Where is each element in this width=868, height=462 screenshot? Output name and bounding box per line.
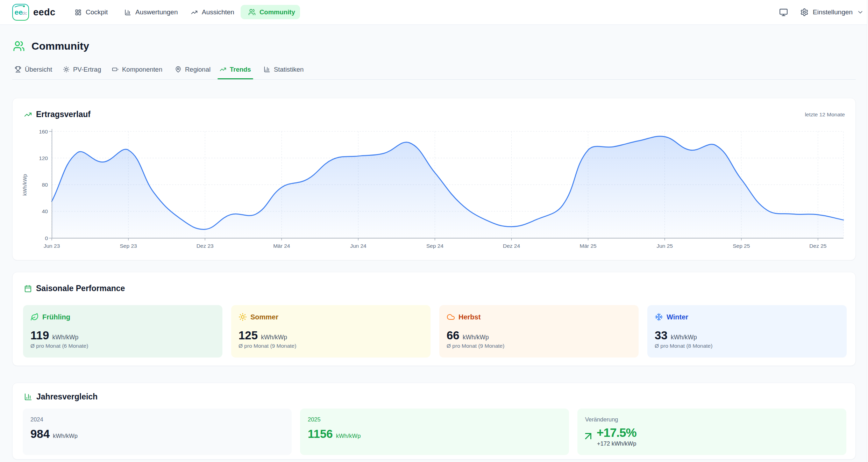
svg-text:40: 40 [42,208,48,214]
svg-text:120: 120 [39,155,48,161]
svg-text:Sep 23: Sep 23 [120,243,137,249]
svg-text:Mär 25: Mär 25 [579,243,596,249]
svg-text:Dez 24: Dez 24 [503,243,520,249]
svg-text:kWh/kWp: kWh/kWp [22,174,28,196]
svg-text:Sep 24: Sep 24 [426,243,444,249]
svg-text:Jun 23: Jun 23 [44,243,60,249]
svg-text:Jun 25: Jun 25 [656,243,673,249]
svg-text:ee: ee [15,8,23,16]
svg-text:Sep 25: Sep 25 [733,243,750,249]
svg-text:Dez 23: Dez 23 [197,243,214,249]
svg-text:Jun 24: Jun 24 [350,243,367,249]
svg-text:Mär 24: Mär 24 [273,243,290,249]
svg-text:Dez 25: Dez 25 [809,243,826,249]
svg-text:0: 0 [45,235,48,241]
svg-text:dc: dc [22,10,27,16]
svg-text:80: 80 [42,182,48,188]
svg-text:160: 160 [39,129,48,135]
